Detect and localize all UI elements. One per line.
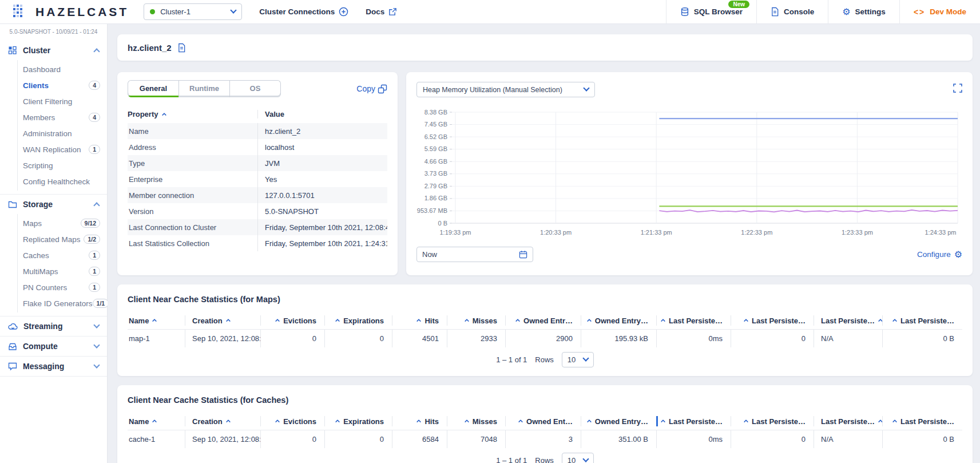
property-table: Property Value Namehz.client_2 Addresslo… bbox=[128, 106, 387, 251]
column-header-evictions[interactable]: Evictions bbox=[260, 315, 324, 326]
sidebar-item-flake-id-generators[interactable]: Flake ID Generators1/1 bbox=[18, 295, 107, 311]
column-header-last-persistence-4[interactable]: Last Persiste… bbox=[882, 416, 962, 426]
column-header-last-persistence-1[interactable]: Last Persiste… bbox=[656, 315, 731, 326]
tab-general[interactable]: General bbox=[128, 81, 178, 97]
column-header-name[interactable]: Name bbox=[128, 416, 185, 426]
table-row: Addresslocalhost bbox=[128, 139, 387, 155]
heap-memory-chart: 8.38 GB7.45 GB6.52 GB5.59 GB4.66 GB3.73 … bbox=[416, 103, 962, 239]
column-header-hits[interactable]: Hits bbox=[392, 416, 447, 426]
column-header-name[interactable]: Name bbox=[128, 315, 185, 326]
sidebar-section-compute-header[interactable]: Compute bbox=[0, 337, 107, 356]
section-label: Storage bbox=[23, 200, 89, 209]
table-row[interactable]: map-1 Sep 10, 2021, 12:08:46 0 0 4501 29… bbox=[128, 329, 962, 347]
settings-button[interactable]: ⚙ Settings bbox=[828, 0, 899, 23]
sort-asc-icon bbox=[892, 420, 897, 424]
pagination-range: 1 – 1 of 1 bbox=[496, 456, 527, 463]
sidebar-item-config-healthcheck[interactable]: Config Healthcheck bbox=[18, 173, 107, 189]
gear-icon: ⚙ bbox=[842, 7, 850, 17]
sidebar-item-administration[interactable]: Administration bbox=[18, 125, 107, 141]
sidebar-item-caches[interactable]: Caches1 bbox=[18, 247, 107, 263]
copy-name-icon[interactable] bbox=[177, 43, 186, 53]
sidebar: 5.0-SNAPSHOT - 10/09/21 - 01:24 Cluster … bbox=[0, 24, 108, 463]
sidebar-section-streaming-header[interactable]: Streaming bbox=[0, 316, 107, 336]
column-header-last-persistence-2[interactable]: Last Persiste… bbox=[731, 416, 814, 426]
svg-text:1:22:33 pm: 1:22:33 pm bbox=[741, 229, 772, 236]
console-button[interactable]: Console bbox=[756, 0, 828, 23]
sidebar-section-storage-header[interactable]: Storage bbox=[0, 195, 107, 214]
sidebar-item-scripting[interactable]: Scripting bbox=[18, 157, 107, 173]
column-header-property[interactable]: Property bbox=[128, 110, 257, 118]
sort-asc-icon bbox=[152, 420, 157, 424]
table-row: Member connection127.0.0.1:5701 bbox=[128, 187, 387, 203]
version-label: 5.0-SNAPSHOT - 10/09/21 - 01:24 bbox=[0, 24, 107, 41]
column-header-owned-entry-memory[interactable]: Owned Entry… bbox=[581, 315, 656, 326]
table-header-row: Name Creation Evictions Expirations Hits… bbox=[128, 312, 962, 329]
new-badge: New bbox=[728, 1, 749, 8]
column-header-last-persistence-2[interactable]: Last Persiste… bbox=[731, 315, 814, 326]
cluster-select-value: Cluster-1 bbox=[160, 7, 226, 16]
cluster-connections-button[interactable]: Cluster Connections bbox=[259, 0, 348, 23]
docs-link[interactable]: Docs bbox=[366, 0, 397, 23]
pagination: 1 – 1 of 1 Rows 10 bbox=[128, 347, 962, 371]
cluster-status-icon bbox=[150, 9, 155, 14]
column-header-creation[interactable]: Creation bbox=[185, 315, 260, 326]
column-header-last-persistence-1[interactable]: Last Persiste… bbox=[656, 416, 731, 426]
sidebar-item-maps[interactable]: Maps9/12 bbox=[18, 215, 107, 231]
rows-per-page-select[interactable]: 10 bbox=[562, 352, 594, 367]
table-row: Namehz.client_2 bbox=[128, 123, 387, 139]
column-header-last-persistence-4[interactable]: Last Persiste… bbox=[882, 315, 962, 326]
table-row[interactable]: cache-1 Sep 10, 2021, 12:08:46 0 0 6584 … bbox=[128, 430, 962, 448]
column-header-owned-entry-count[interactable]: Owned Ent… bbox=[505, 416, 581, 426]
sidebar-item-wan-replication[interactable]: WAN Replication1 bbox=[18, 141, 107, 157]
main-content: hz.client_2 General Runtime OS Copy bbox=[108, 24, 980, 463]
configure-button[interactable]: Configure ⚙ bbox=[917, 250, 962, 259]
column-header-expirations[interactable]: Expirations bbox=[324, 315, 392, 326]
sidebar-item-members[interactable]: Members4 bbox=[18, 109, 107, 125]
chevron-up-icon bbox=[93, 202, 100, 208]
tab-runtime[interactable]: Runtime bbox=[178, 81, 229, 97]
messaging-icon bbox=[8, 362, 17, 371]
sidebar-section-messaging: Messaging bbox=[0, 357, 107, 377]
sort-asc-icon bbox=[661, 319, 665, 323]
column-header-hits[interactable]: Hits bbox=[392, 315, 447, 326]
column-header-owned-entry-count[interactable]: Owned Entr… bbox=[505, 315, 581, 326]
copy-button[interactable]: Copy bbox=[356, 84, 387, 94]
topbar-actions: New SQL Browser Console ⚙ Settings <> De… bbox=[666, 0, 980, 23]
settings-label: Settings bbox=[855, 7, 886, 16]
metric-select-dropdown[interactable]: Heap Memory Utilization (Manual Selectio… bbox=[416, 82, 595, 97]
cluster-select-dropdown[interactable]: Cluster-1 bbox=[144, 3, 242, 20]
sidebar-item-clients[interactable]: Clients4 bbox=[18, 77, 107, 93]
sidebar-section-messaging-header[interactable]: Messaging bbox=[0, 357, 107, 376]
sidebar-item-multimaps[interactable]: MultiMaps1 bbox=[18, 263, 107, 279]
column-header-last-persistence-3[interactable]: Last Persiste… bbox=[814, 416, 882, 426]
sidebar-item-client-filtering[interactable]: Client Filtering bbox=[18, 93, 107, 109]
sidebar-item-replicated-maps[interactable]: Replicated Maps1/2 bbox=[18, 231, 107, 247]
rows-per-page-select[interactable]: 10 bbox=[562, 453, 594, 463]
sidebar-section-cluster-header[interactable]: Cluster bbox=[0, 41, 107, 60]
column-header-misses[interactable]: Misses bbox=[447, 315, 505, 326]
column-header-owned-entry-memory[interactable]: Owned Entry… bbox=[581, 416, 656, 426]
tab-os[interactable]: OS bbox=[229, 81, 280, 97]
sidebar-item-pn-counters[interactable]: PN Counters1 bbox=[18, 279, 107, 295]
near-cache-maps-panel: Client Near Cache Statistics (for Maps) … bbox=[117, 284, 973, 376]
rows-label: Rows bbox=[535, 456, 554, 463]
sql-browser-button[interactable]: New SQL Browser bbox=[666, 0, 756, 23]
chevron-down-icon bbox=[582, 355, 589, 361]
column-header-evictions[interactable]: Evictions bbox=[260, 416, 324, 426]
svg-text:2.79 GB: 2.79 GB bbox=[424, 183, 447, 189]
fullscreen-button[interactable] bbox=[953, 84, 962, 93]
time-range-input[interactable]: Now bbox=[416, 247, 533, 262]
sort-asc-icon bbox=[518, 420, 523, 424]
sidebar-item-dashboard[interactable]: Dashboard bbox=[18, 61, 107, 77]
client-detail-panel: General Runtime OS Copy Property bbox=[117, 72, 398, 275]
section-label: Messaging bbox=[23, 362, 89, 371]
column-header-creation[interactable]: Creation bbox=[185, 416, 260, 426]
column-header-last-persistence-3[interactable]: Last Persiste… bbox=[814, 315, 882, 326]
column-header-misses[interactable]: Misses bbox=[447, 416, 505, 426]
dev-mode-button[interactable]: <> Dev Mode bbox=[899, 0, 980, 23]
page-title-panel: hz.client_2 bbox=[117, 34, 973, 61]
gear-icon: ⚙ bbox=[954, 250, 962, 259]
sort-asc-icon bbox=[878, 420, 882, 424]
section-label: Streaming bbox=[23, 322, 89, 331]
column-header-expirations[interactable]: Expirations bbox=[324, 416, 392, 426]
